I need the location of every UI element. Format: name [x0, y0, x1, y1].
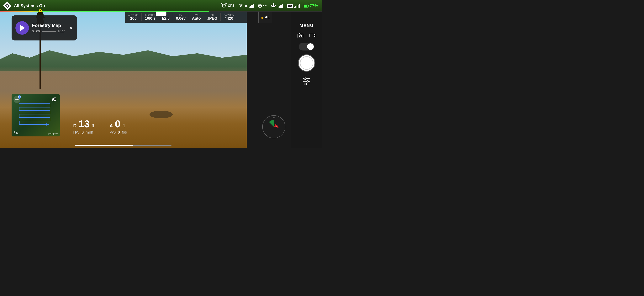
sliders-icon	[302, 77, 312, 86]
distance-unit: ft	[92, 123, 94, 128]
transmit-icon2	[265, 5, 266, 6]
bar3	[251, 6, 252, 8]
compass-widget: N H	[262, 115, 286, 138]
capacity-setting[interactable]: Capacity 4420	[221, 13, 237, 22]
iso-value: 100	[130, 16, 136, 20]
svg-point-11	[240, 6, 242, 7]
visibility-icon[interactable]	[14, 130, 19, 135]
hs-value: 0	[82, 130, 84, 134]
video-mode-button[interactable]	[309, 32, 316, 39]
wifi-group	[258, 4, 266, 8]
settings-sliders-button[interactable]	[300, 76, 313, 87]
map-settings-icon[interactable]	[14, 96, 20, 103]
gps-label: GPS	[228, 4, 234, 8]
gps-group: GPS	[221, 3, 234, 8]
transmit-icon	[263, 5, 264, 6]
ev-label: EV	[180, 14, 182, 16]
eye-off-icon	[14, 131, 19, 134]
distance-group: D 13 ft H/S 0 mph	[73, 119, 94, 134]
distance-value: 13	[78, 119, 90, 129]
ev-value: 0.0ev	[176, 16, 186, 20]
player-timeline: 00:00 10:14	[32, 30, 66, 33]
capacity-label: Capacity	[224, 14, 234, 16]
vertical-speed-group: V/S 0 fps	[110, 130, 127, 134]
total-time: 10:14	[58, 30, 66, 33]
hd-signal-bars	[294, 4, 300, 8]
play-button[interactable]	[16, 21, 29, 35]
svg-rect-19	[308, 5, 309, 6]
svg-point-24	[16, 99, 18, 100]
dji-logo	[3, 2, 12, 10]
altitude-label: A	[110, 123, 113, 128]
camera-settings-bar: Auto ISO 100 Shutter 1/60 s F f/2.8 EV 0…	[125, 12, 247, 23]
svg-point-14	[274, 5, 275, 6]
vs-unit: fps	[122, 130, 127, 134]
bar5	[254, 4, 254, 8]
progress-bar[interactable]	[42, 31, 56, 32]
shutter-button[interactable]	[298, 54, 315, 72]
current-time: 00:00	[32, 30, 40, 33]
robot-signal-bars	[278, 4, 283, 8]
menu-button[interactable]: MENU	[300, 23, 314, 28]
svg-point-13	[272, 5, 273, 6]
svg-rect-33	[300, 33, 301, 34]
mode-toggle[interactable]	[299, 43, 314, 50]
player-title: Forestry Map	[32, 23, 66, 28]
iso-setting[interactable]: Auto ISO 100	[125, 13, 142, 22]
shutter-label: Shutter	[145, 14, 155, 16]
wb-setting[interactable]: WB Auto	[189, 13, 204, 22]
north-label: N	[273, 116, 274, 119]
robot-group	[270, 3, 283, 8]
altitude-unit: ft	[122, 123, 125, 128]
signal-icon	[238, 3, 244, 8]
timer-display: --:--	[156, 12, 166, 16]
bar2	[250, 6, 251, 8]
system-status: All Systems Go	[14, 3, 45, 8]
wifi-dot-icon	[258, 4, 262, 8]
ev-setting[interactable]: EV 0.0ev	[173, 13, 189, 22]
svg-rect-26	[54, 98, 56, 100]
play-icon	[20, 25, 25, 31]
signal-bars	[249, 4, 254, 8]
right-control-panel: MENU	[291, 0, 322, 148]
compass-dial: N H	[262, 115, 286, 138]
svg-text:H: H	[276, 125, 277, 127]
vs-label: V/S	[110, 130, 116, 134]
bottom-progress-fill	[75, 145, 133, 146]
svg-marker-35	[314, 34, 316, 37]
bottom-progress-track[interactable]	[75, 145, 172, 146]
altitude-value: 0	[115, 119, 120, 129]
camera-video-icon	[309, 33, 316, 38]
signal-group: 15	[238, 3, 254, 8]
battery-percentage: 77%	[310, 3, 318, 8]
map-player-overlay: Forestry Map 00:00 10:14 ×	[12, 16, 77, 40]
bar4	[252, 5, 253, 8]
copy-squares-icon	[52, 97, 57, 102]
hd-group: HD	[287, 4, 300, 8]
svg-point-6	[224, 6, 224, 6]
svg-point-41	[305, 83, 306, 85]
camera-photo-icon	[297, 33, 304, 38]
wb-value: Auto	[192, 16, 201, 20]
compass-svg: H	[265, 118, 282, 136]
telemetry-overlay: D 13 ft H/S 0 mph A 0 ft V/S 0 fps	[73, 119, 127, 134]
ae-button[interactable]: 🔒 AE	[258, 12, 272, 23]
toggle-knob	[307, 43, 314, 50]
bar1	[249, 6, 250, 8]
battery-icon: FA	[304, 3, 309, 8]
altitude-main: A 0 ft	[110, 119, 127, 129]
svg-text:FA: FA	[305, 6, 306, 7]
format-value: JPEG	[207, 16, 217, 20]
close-button[interactable]: ×	[68, 24, 73, 32]
svg-point-39	[304, 78, 306, 80]
distance-main: D 13 ft	[73, 119, 94, 129]
copy-icon[interactable]	[51, 96, 58, 103]
svg-rect-15	[273, 3, 274, 4]
wb-label: WB	[195, 14, 198, 16]
bottom-progress-bar	[0, 142, 247, 148]
distance-label: D	[73, 123, 76, 128]
mapbox-logo: ◎ mapbox	[48, 132, 58, 135]
format-setting[interactable]: SD JPEG	[204, 13, 221, 22]
altitude-group: A 0 ft V/S 0 fps	[110, 119, 127, 134]
photo-mode-button[interactable]	[296, 32, 304, 39]
